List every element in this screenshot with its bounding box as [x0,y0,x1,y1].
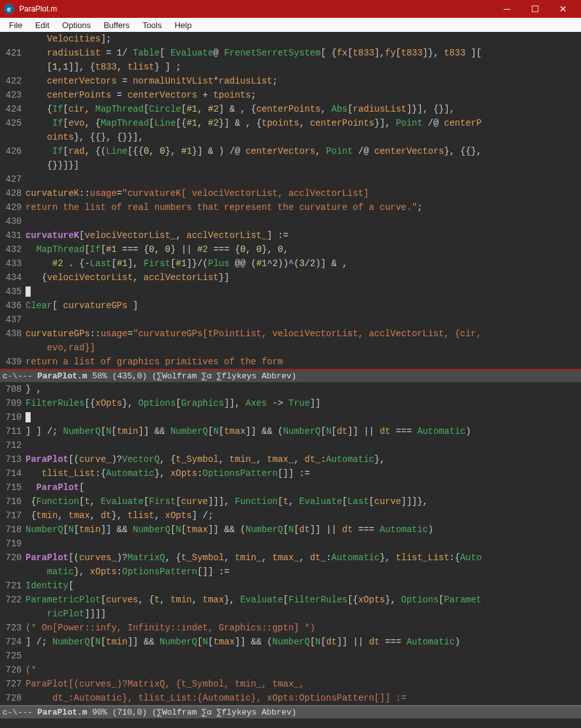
code-content[interactable]: ricPlot]]]] [26,607,581,621]
code-line[interactable]: matic}, xOpts:OptionsPattern[]] := [0,565,581,579]
code-content[interactable]: Clear[ curvatureGPs ] [26,299,581,313]
code-line[interactable]: 722ParametricPlot[curves, {t, tmin, tmax… [0,593,581,607]
minimize-button[interactable]: ─ [493,0,521,18]
code-line[interactable]: 433 #2 . {-Last[#1], First[#1]}/(Plus @@… [0,256,581,271]
code-content[interactable]: If[evo, {MapThread[Line[{#1, #2}] & , {t… [26,116,581,130]
code-line[interactable]: Velocities]; [0,32,581,46]
editor-pane-1[interactable]: Velocities];421 radiusList = 1/ Table[ E… [0,32,581,369]
code-content[interactable] [26,313,581,327]
code-content[interactable]: curvatureGPs::usage="curvatureGPs[tPoint… [26,327,581,341]
code-line[interactable]: 439return a list of graphics primitives … [0,355,581,369]
code-content[interactable] [26,172,581,186]
code-content[interactable]: FilterRules[{xOpts}, Options[Graphics]],… [26,396,581,410]
code-content[interactable]: {tmin, tmax, dt}, tlist, xOpts] /; [26,509,581,523]
close-button[interactable]: ✕ [549,0,577,18]
maximize-button[interactable]: ☐ [521,0,549,18]
code-content[interactable]: ] /; NumberQ[N[tmin]] && NumberQ[N[tmax]… [26,635,581,649]
code-content[interactable]: MapThread[If[#1 === {0, 0} || #2 === {0,… [26,242,581,256]
code-line[interactable]: 727ParaPlot[(curves_)?MatrixQ, {t_Symbol… [0,677,581,691]
code-content[interactable]: ParaPlot[(curve_)?VectorQ, {t_Symbol, tm… [26,452,581,466]
menu-help[interactable]: Help [168,20,198,30]
code-line[interactable]: 720ParaPlot[(curves_)?MatrixQ, {t_Symbol… [0,551,581,565]
code-content[interactable]: ParaPlot[ [26,480,581,494]
code-line[interactable]: 435 [0,285,581,299]
code-content[interactable]: [1,1]], {t833, tlist} ] ; [26,60,581,74]
editor-pane-2[interactable]: 708} ,709FilterRules[{xOpts}, Options[Gr… [0,382,581,705]
code-line[interactable]: 724] /; NumberQ[N[tmin]] && NumberQ[N[tm… [0,635,581,649]
code-content[interactable]: matic}, xOpts:OptionsPattern[]] := [26,565,581,579]
code-line[interactable]: [1,1]], {t833, tlist} ] ; [0,60,581,74]
code-content[interactable]: return the list of real numbers that rep… [26,200,581,214]
code-content[interactable]: centerPoints = centerVectors + tpoints; [26,88,581,102]
code-line[interactable]: 422 centerVectors = normalUnitVList*radi… [0,74,581,88]
code-content[interactable]: } , [26,382,581,396]
code-content[interactable]: ParaPlot[(curves_)?MatrixQ, {t_Symbol, t… [26,677,581,691]
code-line[interactable]: 437 [0,313,581,327]
code-content[interactable]: centerVectors = normalUnitVList*radiusLi… [26,74,581,88]
menu-edit[interactable]: Edit [29,20,56,30]
code-line[interactable]: 423 centerPoints = centerVectors + tpoin… [0,88,581,102]
code-content[interactable] [26,649,581,663]
code-content[interactable] [26,285,581,299]
code-line[interactable]: 717 {tmin, tmax, dt}, tlist, xOpts] /; [0,509,581,523]
code-content[interactable]: NumberQ[N[tmin]] && NumberQ[N[tmax]] && … [26,523,581,537]
code-content[interactable] [26,214,581,228]
code-line[interactable]: 430 [0,214,581,228]
code-content[interactable]: {velociVectorList, acclVectorList}] [26,271,581,285]
code-line[interactable]: oints}, {{}, {}}], [0,130,581,144]
menu-file[interactable]: File [3,20,29,30]
code-content[interactable]: {If[cir, MapThread[Circle[#1, #2] & , {c… [26,102,581,116]
code-line[interactable]: 728 dt_:Automatic}, tlist_List:{Automati… [0,691,581,705]
code-line[interactable]: 427 [0,172,581,186]
code-line[interactable]: 715 ParaPlot[ [0,480,581,494]
menu-tools[interactable]: Tools [136,20,168,30]
code-line[interactable]: 708} , [0,382,581,396]
code-line[interactable]: 425 If[evo, {MapThread[Line[{#1, #2}] & … [0,116,581,130]
code-content[interactable] [26,537,581,551]
code-content[interactable]: {}}]}] [26,158,581,172]
code-line[interactable]: 426 If[rad, {(Line[{{0, 0}, #1}] & ) /@ … [0,144,581,158]
code-line[interactable]: 436Clear[ curvatureGPs ] [0,299,581,313]
code-content[interactable]: {Function[t, Evaluate[First[curve]]], Fu… [26,494,581,509]
code-line[interactable]: {}}]}] [0,158,581,172]
code-line[interactable]: 429return the list of real numbers that … [0,200,581,214]
code-content[interactable]: If[rad, {(Line[{{0, 0}, #1}] & ) /@ cent… [26,144,581,158]
code-content[interactable]: curvatureK[velociVectorList_, acclVector… [26,228,581,242]
code-content[interactable]: ] ] /; NumberQ[N[tmin]] && NumberQ[N[tma… [26,424,581,438]
code-content[interactable]: tlist_List:{Automatic}, xOpts:OptionsPat… [26,466,581,480]
code-content[interactable]: ParametricPlot[curves, {t, tmin, tmax}, … [26,593,581,607]
code-line[interactable]: 431curvatureK[velociVectorList_, acclVec… [0,228,581,242]
code-line[interactable]: 709FilterRules[{xOpts}, Options[Graphics… [0,396,581,410]
code-line[interactable]: 721Identity[ [0,579,581,593]
code-line[interactable]: 718NumberQ[N[tmin]] && NumberQ[N[tmax]] … [0,523,581,537]
code-content[interactable]: dt_:Automatic}, tlist_List:{Automatic}, … [26,691,581,705]
code-line[interactable]: 714 tlist_List:{Automatic}, xOpts:Option… [0,466,581,480]
code-content[interactable]: #2 . {-Last[#1], First[#1]}/(Plus @@ (#1… [26,256,581,271]
code-content[interactable]: Velocities]; [26,32,581,46]
code-line[interactable]: 711] ] /; NumberQ[N[tmin]] && NumberQ[N[… [0,424,581,438]
code-line[interactable]: evo,rad}] [0,341,581,355]
code-content[interactable]: (* On[Power::infy, Infinity::indet, Grap… [26,621,581,635]
code-content[interactable]: ParaPlot[(curves_)?MatrixQ, {t_Symbol, t… [26,551,581,565]
code-line[interactable]: 710 [0,410,581,424]
code-line[interactable]: 421 radiusList = 1/ Table[ Evaluate@ Fre… [0,46,581,60]
code-content[interactable]: return a list of graphics primitives of … [26,355,581,369]
code-content[interactable]: curvatureK::usage="curvatureK[ velociVec… [26,186,581,200]
code-line[interactable]: 719 [0,537,581,551]
code-line[interactable]: 438curvatureGPs::usage="curvatureGPs[tPo… [0,327,581,341]
menu-options[interactable]: Options [56,20,97,30]
code-line[interactable]: 712 [0,438,581,452]
code-content[interactable]: (* [26,663,581,677]
code-line[interactable]: 432 MapThread[If[#1 === {0, 0} || #2 ===… [0,242,581,256]
code-line[interactable]: 424 {If[cir, MapThread[Circle[#1, #2] & … [0,102,581,116]
code-line[interactable]: 716 {Function[t, Evaluate[First[curve]]]… [0,494,581,509]
code-line[interactable]: 726(* [0,663,581,677]
code-line[interactable]: ricPlot]]]] [0,607,581,621]
menu-buffers[interactable]: Buffers [97,20,136,30]
code-line[interactable]: 434 {velociVectorList, acclVectorList}] [0,271,581,285]
code-content[interactable]: Identity[ [26,579,581,593]
code-line[interactable]: 713ParaPlot[(curve_)?VectorQ, {t_Symbol,… [0,452,581,466]
code-content[interactable]: evo,rad}] [26,341,581,355]
code-content[interactable] [26,438,581,452]
code-content[interactable] [26,410,581,424]
